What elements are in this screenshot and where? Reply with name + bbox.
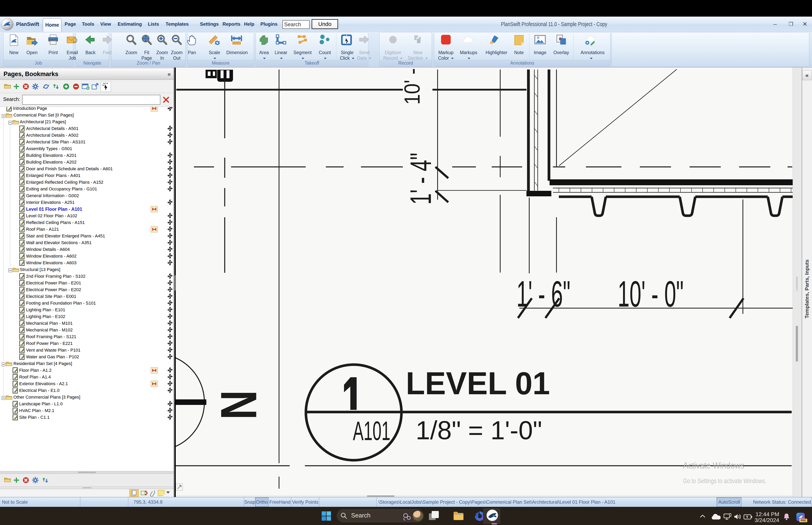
svg-text:A101: A101: [353, 416, 390, 446]
svg-text:Go to Settings to activate Win: Go to Settings to activate Windows.: [683, 477, 766, 484]
svg-text:1' - 6": 1' - 6": [517, 273, 570, 314]
svg-text:1' - 4": 1' - 4": [404, 153, 437, 205]
svg-text:10' - 0": 10' - 0": [618, 273, 684, 314]
svg-text:N: N: [210, 390, 267, 420]
svg-text:LEVEL 01: LEVEL 01: [406, 365, 550, 401]
svg-text:1/8" = 1'-0": 1/8" = 1'-0": [416, 416, 542, 445]
svg-text:10' - 0": 10' - 0": [400, 68, 424, 105]
svg-text:Activate Windows: Activate Windows: [683, 461, 744, 470]
